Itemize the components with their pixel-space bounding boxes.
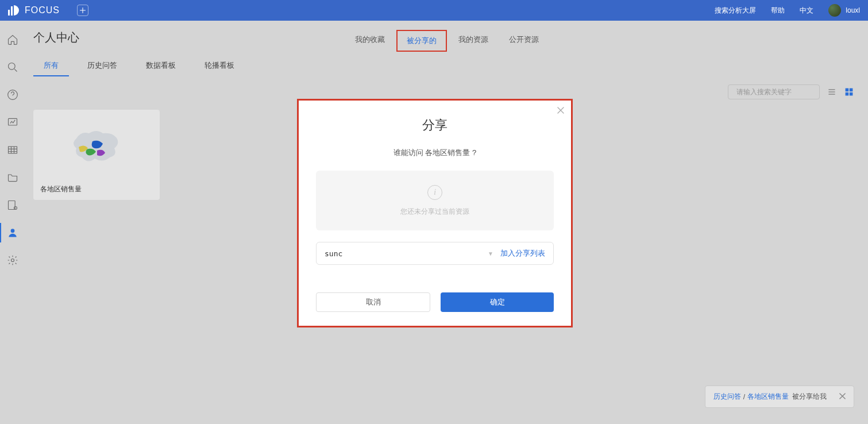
card-title: 各地区销售量 xyxy=(39,184,154,194)
toast-sep: / xyxy=(743,393,745,401)
logo-icon xyxy=(8,5,19,16)
dropdown-caret-icon[interactable]: ▼ xyxy=(488,250,493,257)
svg-rect-11 xyxy=(846,92,849,96)
add-to-share-link[interactable]: 加入分享列表 xyxy=(500,248,545,259)
close-icon xyxy=(557,107,564,114)
sidebar-item-table[interactable] xyxy=(0,140,25,160)
resource-card[interactable]: 各地区销售量 xyxy=(33,110,160,200)
chart-icon xyxy=(7,117,18,128)
toast-close-button[interactable] xyxy=(839,392,846,401)
sub-tabs: 所有 历史问答 数据看板 轮播看板 xyxy=(25,56,868,76)
sidebar-item-config[interactable] xyxy=(0,195,25,215)
header-link-bigscreen[interactable]: 搜索分析大屏 xyxy=(715,6,756,16)
sidebar-item-search[interactable] xyxy=(0,57,25,77)
sidebar-item-chart[interactable] xyxy=(0,113,25,132)
share-modal-highlight: 分享 谁能访问 各地区销售量 ? i 您还未分享过当前资源 ▼ 加入分享列表 取… xyxy=(297,99,573,327)
sidebar xyxy=(0,21,25,424)
svg-point-0 xyxy=(9,63,16,70)
modal-q-item: 各地区销售量 xyxy=(425,148,470,157)
home-icon xyxy=(7,34,18,45)
folder-icon xyxy=(7,172,18,183)
config-icon xyxy=(7,199,18,211)
svg-rect-2 xyxy=(9,118,17,125)
page-title: 个人中心 xyxy=(33,30,79,45)
cancel-button[interactable]: 取消 xyxy=(316,292,430,312)
user-icon xyxy=(7,227,18,238)
modal-subtitle: 谁能访问 各地区销售量 ? xyxy=(316,148,554,158)
gear-icon xyxy=(7,255,18,266)
tools-row xyxy=(25,76,868,99)
tab-favorites[interactable]: 我的收藏 xyxy=(346,30,394,52)
plus-icon xyxy=(79,7,86,14)
header-link-help[interactable]: 帮助 xyxy=(771,6,785,16)
svg-rect-12 xyxy=(850,92,853,96)
toast-link-item[interactable]: 各地区销售量 xyxy=(747,392,789,402)
modal-title: 分享 xyxy=(316,117,554,134)
user-menu[interactable]: louxl xyxy=(828,4,860,17)
header-right: 搜索分析大屏 帮助 中文 louxl xyxy=(715,4,860,17)
table-icon xyxy=(7,144,18,156)
modal-close-button[interactable] xyxy=(557,106,564,115)
tab-my-resources[interactable]: 我的资源 xyxy=(449,30,497,52)
ok-button[interactable]: 确定 xyxy=(441,292,554,312)
share-modal: 分享 谁能访问 各地区销售量 ? i 您还未分享过当前资源 ▼ 加入分享列表 取… xyxy=(299,101,571,326)
empty-share-box: i 您还未分享过当前资源 xyxy=(316,171,554,230)
grid-icon xyxy=(844,87,854,97)
logo-text: FOCUS xyxy=(25,5,60,16)
notification-toast: 历史问答 / 各地区销售量 被分享给我 xyxy=(705,386,854,408)
header-link-lang[interactable]: 中文 xyxy=(800,6,813,16)
sidebar-item-folder[interactable] xyxy=(0,168,25,187)
subtab-history[interactable]: 历史问答 xyxy=(77,56,128,76)
share-user-input[interactable] xyxy=(325,249,488,258)
modal-q-suffix: ? xyxy=(470,148,476,157)
svg-rect-10 xyxy=(850,88,853,92)
sidebar-item-help[interactable] xyxy=(0,85,25,105)
svg-rect-9 xyxy=(846,88,849,92)
svg-rect-3 xyxy=(9,147,17,153)
question-icon xyxy=(7,89,18,101)
search-box[interactable] xyxy=(728,84,820,99)
svg-point-5 xyxy=(14,207,17,210)
tab-public[interactable]: 公开资源 xyxy=(500,30,548,52)
avatar-icon xyxy=(828,4,841,17)
logo[interactable]: FOCUS xyxy=(8,5,60,16)
search-input[interactable] xyxy=(736,88,823,96)
username: louxl xyxy=(846,6,860,14)
modal-q-prefix: 谁能访问 xyxy=(394,148,426,157)
toast-link-history[interactable]: 历史问答 xyxy=(713,392,741,402)
toast-suffix: 被分享给我 xyxy=(792,392,827,402)
china-map-icon xyxy=(65,124,128,170)
close-icon xyxy=(839,393,846,399)
center-tabs: 我的收藏 被分享的 我的资源 公开资源 xyxy=(346,30,548,52)
top-header: FOCUS 搜索分析大屏 帮助 中文 louxl xyxy=(0,0,868,21)
subtab-all[interactable]: 所有 xyxy=(33,56,69,76)
list-view-button[interactable] xyxy=(827,87,837,97)
add-button[interactable] xyxy=(77,5,88,16)
subtab-carousel[interactable]: 轮播看板 xyxy=(194,56,245,76)
svg-point-7 xyxy=(11,259,14,262)
sidebar-item-home[interactable] xyxy=(0,30,25,49)
sidebar-item-user[interactable] xyxy=(0,223,25,242)
svg-point-6 xyxy=(11,229,15,233)
modal-buttons: 取消 确定 xyxy=(316,292,554,312)
card-thumbnail xyxy=(39,115,154,179)
subtab-dashboard[interactable]: 数据看板 xyxy=(136,56,186,76)
info-icon: i xyxy=(427,185,442,200)
search-icon xyxy=(7,61,18,73)
share-input-row: ▼ 加入分享列表 xyxy=(316,242,554,265)
empty-text: 您还未分享过当前资源 xyxy=(400,207,469,217)
sidebar-item-settings[interactable] xyxy=(0,250,25,270)
grid-view-button[interactable] xyxy=(844,87,854,97)
tab-shared-to-me[interactable]: 被分享的 xyxy=(396,30,447,52)
list-icon xyxy=(827,87,836,97)
